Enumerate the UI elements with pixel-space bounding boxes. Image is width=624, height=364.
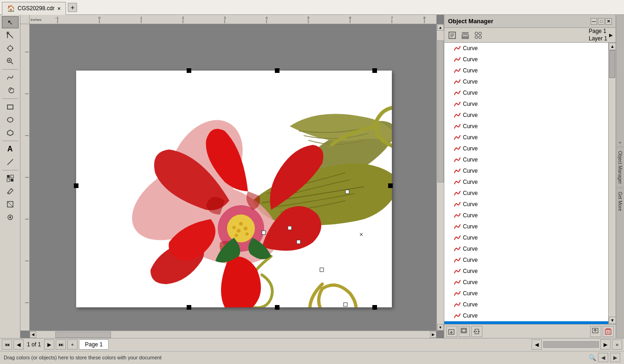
- list-item[interactable]: Curve: [444, 321, 608, 324]
- list-item[interactable]: Curve: [444, 110, 608, 121]
- new-guided-layer-button[interactable]: [471, 326, 482, 337]
- object-list-scrollbar[interactable]: ▲ ▼: [608, 43, 616, 324]
- list-item[interactable]: Curve: [444, 288, 608, 299]
- last-page-button[interactable]: ⏭: [56, 339, 66, 350]
- selection-handle-bottom-right[interactable]: [372, 305, 377, 310]
- page-layer-info: Page 1 Layer 1: [589, 28, 607, 42]
- list-item[interactable]: Curve: [444, 132, 608, 143]
- panel-minimize-button[interactable]: —: [591, 18, 597, 25]
- list-item[interactable]: Curve: [444, 43, 608, 54]
- list-item[interactable]: Curve: [444, 176, 608, 188]
- fill-pattern-button[interactable]: [2, 172, 19, 184]
- list-item[interactable]: Curve: [444, 121, 608, 132]
- list-item[interactable]: Curve: [444, 65, 608, 76]
- list-scroll-up-button[interactable]: ▲: [609, 43, 616, 50]
- list-item[interactable]: Curve: [444, 98, 608, 110]
- prev-page-button[interactable]: ◀: [13, 339, 24, 350]
- selection-handle-bottom-left[interactable]: [187, 305, 191, 310]
- list-scroll-down-button[interactable]: ▼: [609, 317, 616, 324]
- list-item[interactable]: Curve: [444, 277, 608, 288]
- list-item[interactable]: Curve: [444, 266, 608, 277]
- list-item[interactable]: Curve: [444, 221, 608, 232]
- list-item[interactable]: Curve: [444, 232, 608, 243]
- list-item[interactable]: Curve: [444, 165, 608, 176]
- next-page-button[interactable]: ▶: [44, 339, 54, 350]
- new-master-layer-button[interactable]: [459, 326, 470, 337]
- expand-right-button[interactable]: »: [619, 140, 621, 145]
- scroll-vertical-thumb[interactable]: [437, 40, 444, 182]
- selection-handle-bottom-center[interactable]: [275, 305, 280, 310]
- scroll-up-button[interactable]: ▲: [437, 24, 444, 31]
- list-item[interactable]: Curve: [444, 199, 608, 210]
- tab-close-button[interactable]: ✕: [57, 6, 61, 11]
- svg-text:0: 0: [98, 16, 101, 20]
- line-tool-button[interactable]: [2, 156, 19, 168]
- list-item[interactable]: Curve: [444, 254, 608, 266]
- freehand-tool-button[interactable]: [2, 72, 19, 84]
- add-tab-button[interactable]: +: [68, 3, 77, 12]
- rectangle-tool-button[interactable]: [2, 101, 19, 113]
- hscroll-left-button[interactable]: ◀: [532, 339, 542, 350]
- zoom-tool-button[interactable]: [2, 55, 19, 67]
- list-item[interactable]: Curve: [444, 154, 608, 165]
- selection-handle-top-right[interactable]: [372, 68, 377, 73]
- scroll-right-button[interactable]: ▶: [430, 332, 436, 338]
- list-item[interactable]: Curve: [444, 87, 608, 98]
- svg-text:inches: inches: [31, 18, 41, 22]
- object-view-button[interactable]: [472, 30, 484, 41]
- scroll-horizontal-thumb[interactable]: [55, 332, 111, 338]
- list-item[interactable]: Curve: [444, 76, 608, 87]
- svg-text:2: 2: [182, 16, 184, 20]
- object-manager-title: Object Manager: [448, 18, 494, 25]
- subselect-tool-button[interactable]: [2, 29, 19, 41]
- zoom-button[interactable]: 🔍: [589, 354, 596, 361]
- interactive-fill-button[interactable]: [2, 198, 19, 210]
- hscroll-more-button[interactable]: »: [612, 339, 622, 350]
- list-scroll-thumb[interactable]: [609, 50, 615, 78]
- show-object-properties-button[interactable]: [446, 30, 458, 41]
- selection-handle-top-left[interactable]: [187, 68, 191, 73]
- new-layer-button[interactable]: [446, 326, 457, 337]
- list-item[interactable]: Curve: [444, 299, 608, 310]
- page-tab[interactable]: Page 1: [79, 339, 109, 350]
- selection-handle-mid-right[interactable]: [388, 183, 393, 188]
- polygon-tool-button[interactable]: [2, 127, 19, 139]
- panel-expand-right-button[interactable]: ▶: [608, 30, 614, 41]
- eyedropper-tool-button[interactable]: [2, 185, 19, 197]
- list-scroll-track[interactable]: [609, 78, 616, 317]
- panel-close-button[interactable]: ✕: [605, 18, 612, 25]
- layer-view-button[interactable]: [459, 30, 471, 41]
- get-more-edge-tab[interactable]: Get More: [618, 190, 623, 213]
- hscroll-right-button[interactable]: ▶: [600, 339, 611, 350]
- panel-expand-button[interactable]: □: [598, 18, 604, 25]
- prev-arrow-button[interactable]: ◀: [598, 353, 608, 362]
- list-item[interactable]: Curve: [444, 143, 608, 154]
- next-arrow-button[interactable]: ▶: [610, 353, 620, 362]
- text-tool-button[interactable]: A: [2, 143, 19, 155]
- list-item[interactable]: Curve: [444, 54, 608, 65]
- spiral-tool-button[interactable]: [2, 84, 19, 97]
- move-up-button[interactable]: [590, 326, 601, 337]
- smart-fill-button[interactable]: [2, 211, 19, 223]
- add-page-button[interactable]: +: [67, 339, 78, 350]
- delete-object-button[interactable]: [603, 326, 614, 337]
- horizontal-scrollbar[interactable]: ◀ ▶: [30, 331, 436, 338]
- transform-tool-button[interactable]: [2, 42, 19, 54]
- scroll-left-button[interactable]: ◀: [30, 332, 36, 338]
- hscroll-thumb[interactable]: [543, 341, 599, 348]
- list-item[interactable]: Curve: [444, 243, 608, 254]
- ellipse-tool-button[interactable]: [2, 114, 19, 126]
- list-item[interactable]: Curve: [444, 310, 608, 321]
- vertical-scrollbar[interactable]: ▲ ▼: [436, 24, 444, 331]
- document-tab[interactable]: 🏠 CGS20298.cdr ✕: [2, 2, 66, 15]
- scroll-down-button[interactable]: ▼: [437, 324, 444, 331]
- list-item[interactable]: Curve: [444, 210, 608, 221]
- first-page-button[interactable]: ⏮: [2, 339, 12, 350]
- svg-text:×: ×: [359, 231, 363, 238]
- selection-handle-mid-left[interactable]: [74, 183, 78, 188]
- select-tool-button[interactable]: ↖: [2, 16, 19, 28]
- selection-handle-top-center[interactable]: [275, 68, 280, 73]
- svg-text:4: 4: [266, 16, 268, 20]
- object-manager-edge-tab[interactable]: Object Manager: [618, 149, 623, 186]
- list-item[interactable]: Curve: [444, 188, 608, 199]
